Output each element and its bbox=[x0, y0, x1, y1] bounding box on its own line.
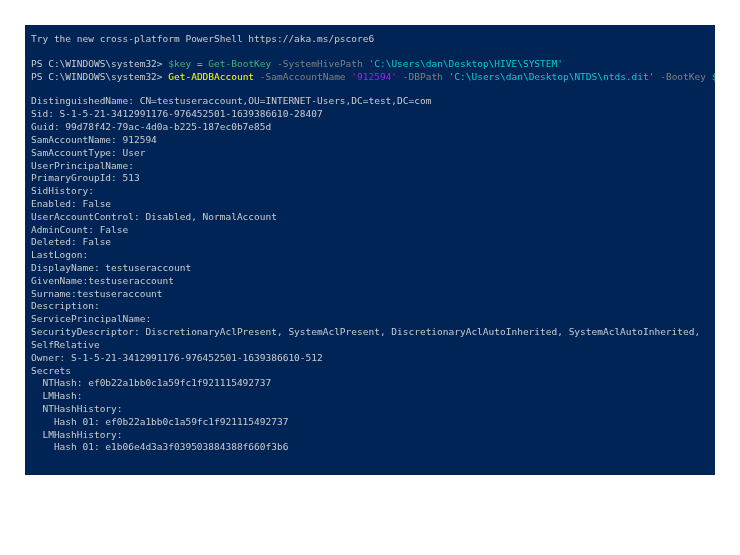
output-lmhash-history: LMHashHistory: bbox=[31, 429, 709, 442]
output-self-relative: SelfRelative bbox=[31, 339, 709, 352]
param-systemhivepath: -SystemHivePath bbox=[271, 58, 368, 69]
output-admin-count: AdminCount: False bbox=[31, 224, 709, 237]
output-given-name: GivenName:testuseraccount bbox=[31, 275, 709, 288]
output-lmhash: LMHash: bbox=[31, 390, 709, 403]
banner-line: Try the new cross-platform PowerShell ht… bbox=[31, 33, 709, 46]
output-hash01-nt: Hash 01: ef0b22a1bb0c1a59fc1f92111549273… bbox=[31, 416, 709, 429]
eq-sign: = bbox=[191, 58, 208, 69]
output-secrets: Secrets bbox=[31, 365, 709, 378]
blank-line bbox=[31, 46, 709, 58]
output-nthash: NTHash: ef0b22a1bb0c1a59fc1f921115492737 bbox=[31, 377, 709, 390]
output-upn: UserPrincipalName: bbox=[31, 160, 709, 173]
output-sid: Sid: S-1-5-21-3412991176-976452501-16393… bbox=[31, 108, 709, 121]
param-samaccountname: -SamAccountName bbox=[254, 71, 351, 82]
output-surname: Surname:testuseraccount bbox=[31, 288, 709, 301]
output-last-logon: LastLogon: bbox=[31, 249, 709, 262]
value-dbpath: 'C:\Users\dan\Desktop\NTDS\ntds.dit' bbox=[449, 71, 655, 82]
output-spn: ServicePrincipalName: bbox=[31, 313, 709, 326]
output-sid-history: SidHistory: bbox=[31, 185, 709, 198]
param-bootkey: -BootKey bbox=[654, 71, 711, 82]
output-sam-account-name: SamAccountName: 912594 bbox=[31, 134, 709, 147]
variable-key: $key bbox=[712, 71, 715, 82]
output-distinguished-name: DistinguishedName: CN=testuseraccount,OU… bbox=[31, 95, 709, 108]
output-display-name: DisplayName: testuseraccount bbox=[31, 262, 709, 275]
cmdlet-get-addbaccount: Get-ADDBAccount bbox=[168, 71, 254, 82]
output-description: Description: bbox=[31, 300, 709, 313]
prompt: PS C:\WINDOWS\system32> bbox=[31, 58, 168, 69]
command-line-2: PS C:\WINDOWS\system32> Get-ADDBAccount … bbox=[31, 71, 709, 84]
command-line-1: PS C:\WINDOWS\system32> $key = Get-BootK… bbox=[31, 58, 709, 71]
output-guid: Guid: 99d78f42-79ac-4d0a-b225-187ec0b7e8… bbox=[31, 121, 709, 134]
variable: $key bbox=[168, 58, 191, 69]
powershell-terminal[interactable]: Try the new cross-platform PowerShell ht… bbox=[25, 25, 715, 475]
blank-line bbox=[31, 83, 709, 95]
output-deleted: Deleted: False bbox=[31, 236, 709, 249]
output-security-descriptor: SecurityDescriptor: DiscretionaryAclPres… bbox=[31, 326, 709, 339]
output-owner: Owner: S-1-5-21-3412991176-976452501-163… bbox=[31, 352, 709, 365]
output-enabled: Enabled: False bbox=[31, 198, 709, 211]
output-primary-group-id: PrimaryGroupId: 513 bbox=[31, 172, 709, 185]
output-uac: UserAccountControl: Disabled, NormalAcco… bbox=[31, 211, 709, 224]
output-nthash-history: NTHashHistory: bbox=[31, 403, 709, 416]
output-sam-account-type: SamAccountType: User bbox=[31, 147, 709, 160]
value-sam: '912594' bbox=[351, 71, 397, 82]
path-string: 'C:\Users\dan\Desktop\HIVE\SYSTEM' bbox=[369, 58, 563, 69]
param-dbpath: -DBPath bbox=[397, 71, 448, 82]
output-hash01-lm: Hash 01: e1b06e4d3a3f039503884388f660f3b… bbox=[31, 441, 709, 454]
cmdlet-get-bootkey: Get-BootKey bbox=[208, 58, 271, 69]
prompt: PS C:\WINDOWS\system32> bbox=[31, 71, 168, 82]
